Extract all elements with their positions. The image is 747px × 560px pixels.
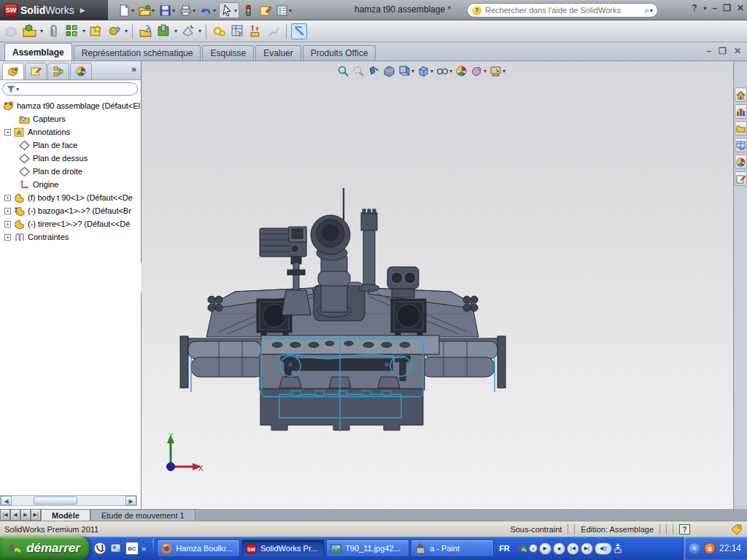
status-help-icon[interactable]: ? <box>679 524 690 534</box>
doc-close-button[interactable]: ✕ <box>734 46 741 56</box>
expand-toggle[interactable]: + <box>4 195 11 201</box>
tree-item-tirere[interactable]: + (-) tirere<1>->? (Défaut<<Dé <box>0 217 141 230</box>
exploded-view-icon[interactable] <box>247 23 263 39</box>
zoom-to-fit-icon[interactable] <box>337 65 349 77</box>
wmp-collapse-chevron[interactable]: ˅ <box>529 544 538 553</box>
move-dropdown[interactable]: ▾ <box>125 28 128 34</box>
tree-item-plan-de-dessus[interactable]: Plan de dessus <box>0 152 141 165</box>
display-style-dropdown[interactable]: ▾ <box>430 68 433 74</box>
design-library-icon[interactable] <box>735 104 747 119</box>
insert-components-icon[interactable] <box>21 23 37 39</box>
wmp-volume-button[interactable]: ◀)) <box>595 542 612 555</box>
expand-toggle[interactable]: + <box>4 221 11 228</box>
pattern-dropdown[interactable]: ▾ <box>82 28 85 34</box>
quick-launch-overflow-chevron[interactable]: » <box>142 544 146 553</box>
edit-component-icon[interactable] <box>3 23 19 39</box>
close-button[interactable]: ✕ <box>737 3 744 13</box>
tree-item-plan-de-face[interactable]: Plan de face <box>0 139 141 152</box>
panel-expand-chevron[interactable]: » <box>131 64 136 74</box>
restore-button[interactable]: ❐ <box>723 3 731 13</box>
deskband-restore-icon[interactable] <box>614 543 622 553</box>
tray-collapse-chevron[interactable]: < <box>689 543 700 554</box>
utorrent-icon[interactable] <box>93 542 107 555</box>
wmp-previous-button[interactable]: |◀ <box>567 542 579 555</box>
orientation-dropdown[interactable]: ▾ <box>411 68 414 74</box>
view-orientation-icon[interactable]: ▾ <box>398 65 414 77</box>
tray-antivirus-icon[interactable]: a <box>704 542 716 554</box>
start-button[interactable]: démarrer <box>0 537 89 560</box>
search-dropdown[interactable]: ▾ <box>650 7 653 14</box>
tab-nav-first[interactable]: |◀ <box>0 509 10 521</box>
scroll-left-button[interactable]: ◀ <box>1 496 12 505</box>
print-document-button[interactable]: ▾ <box>178 2 197 18</box>
new-motion-study-icon[interactable] <box>211 23 227 39</box>
explode-line-sketch-icon[interactable] <box>266 23 282 39</box>
hide-show-items-icon[interactable]: ▾ <box>436 65 452 77</box>
tree-item-bazoga[interactable]: + (-) bazoga<1>->? (Défaut<Br <box>0 204 141 217</box>
file-explorer-icon[interactable] <box>735 121 747 136</box>
apply-scene-icon[interactable]: ▾ <box>471 65 487 77</box>
select-tool-button[interactable]: ▾ <box>219 2 239 18</box>
scroll-right-button[interactable]: ▶ <box>125 496 136 505</box>
tags-icon[interactable] <box>731 524 743 534</box>
task-solidworks[interactable]: SW SolidWorks Pr... <box>241 540 325 557</box>
show-hidden-components-icon[interactable] <box>137 23 153 39</box>
scene-dropdown[interactable]: ▾ <box>484 68 487 74</box>
tab-assemblage[interactable]: Assemblage <box>4 43 72 61</box>
undo-dropdown[interactable]: ▾ <box>213 7 216 14</box>
messenger-app-icon[interactable] <box>109 542 123 555</box>
edit-appearance-icon[interactable] <box>455 65 468 77</box>
instant-3d-icon[interactable] <box>291 23 307 39</box>
solidworks-logo[interactable]: SW SolidWorks ▶ <box>0 0 108 20</box>
select-dropdown[interactable]: ▾ <box>234 7 237 14</box>
open-dropdown[interactable]: ▾ <box>152 7 155 14</box>
graphics-viewport[interactable]: ▾ ▾ ▾ ▾ ▾ Y X <box>142 61 733 509</box>
tab-esquisse[interactable]: Esquisse <box>202 45 254 61</box>
tab-nav-last[interactable]: ▶| <box>31 509 41 521</box>
save-dropdown[interactable]: ▾ <box>172 7 175 14</box>
tab-produits-office[interactable]: Produits Office <box>303 45 376 61</box>
displaymanager-tab[interactable] <box>70 63 92 79</box>
tab-etude-de-mouvement[interactable]: Etude de mouvement 1 <box>90 509 196 521</box>
task-paint[interactable]: a - Paint <box>411 540 494 557</box>
tab-representation-schematique[interactable]: Représentation schématique <box>74 45 201 61</box>
wmp-next-button[interactable]: ▶| <box>581 542 593 555</box>
move-component-icon[interactable] <box>106 23 122 39</box>
tree-filter-box[interactable]: ▾ <box>2 82 138 96</box>
help-button[interactable]: ? <box>692 3 697 13</box>
open-document-button[interactable]: ▾ <box>137 2 156 18</box>
view-settings-icon[interactable]: ▾ <box>489 65 506 77</box>
configurationmanager-tab[interactable] <box>47 63 69 79</box>
featuremanager-tab[interactable] <box>2 63 24 79</box>
tab-modele[interactable]: Modèle <box>41 509 90 521</box>
custom-properties-icon[interactable] <box>735 171 747 186</box>
wmp-play-button[interactable]: ▶ <box>539 542 551 555</box>
doc-minimize-button[interactable]: – <box>706 46 711 56</box>
propertymanager-tab[interactable] <box>25 63 47 79</box>
tab-nav-next[interactable]: ▶ <box>20 509 31 521</box>
tab-evaluer[interactable]: Evaluer <box>255 45 301 61</box>
assembly-features-icon[interactable] <box>155 23 171 39</box>
minimize-button[interactable]: – <box>712 3 717 13</box>
help-search-box[interactable]: ? ⌕ ▾ <box>467 3 658 18</box>
hide-show-dropdown[interactable]: ▾ <box>449 68 452 74</box>
filter-dropdown[interactable]: ▾ <box>16 86 19 93</box>
print-dropdown[interactable]: ▾ <box>193 7 196 14</box>
new-document-button[interactable]: ▾ <box>117 2 136 18</box>
solidworks-resources-home-icon[interactable] <box>735 88 747 102</box>
view-settings-dropdown[interactable]: ▾ <box>503 68 506 74</box>
expand-toggle[interactable]: + <box>4 234 11 241</box>
bc-app-icon[interactable]: BC <box>125 542 139 555</box>
search-icon[interactable]: ⌕ <box>644 5 649 15</box>
tree-item-annotations[interactable]: + A Annotations <box>0 125 141 139</box>
tree-item-origine[interactable]: Origine <box>0 178 141 191</box>
undo-button[interactable]: ▾ <box>198 2 217 18</box>
refgeo-dropdown[interactable]: ▾ <box>198 28 201 34</box>
file-properties-button[interactable] <box>258 2 273 18</box>
view-palette-icon[interactable] <box>735 138 747 152</box>
zoom-to-area-icon[interactable] <box>352 65 365 77</box>
tree-horizontal-scrollbar[interactable]: ◀ ▶ <box>0 495 137 506</box>
tree-item-root[interactable]: hamza t90 assemblage (Défaut<El <box>0 99 141 112</box>
task-firefox[interactable]: Hamza Boulkr... <box>157 540 240 557</box>
language-indicator[interactable]: FR <box>495 544 514 553</box>
